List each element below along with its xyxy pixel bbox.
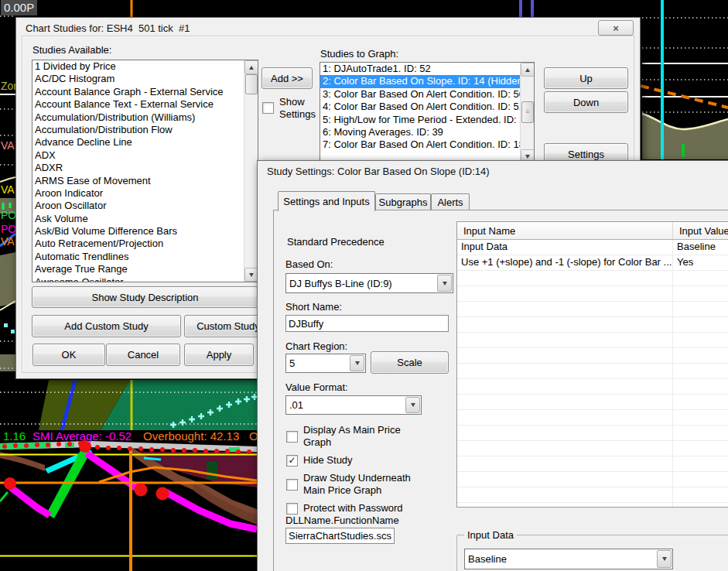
chart-region-label: Chart Region: xyxy=(285,340,347,352)
studies-to-graph-item[interactable]: 1: DJAutoTrade1. ID: 52 xyxy=(320,63,521,75)
input-data-value: Baseline xyxy=(468,553,507,565)
studies-to-graph-item[interactable]: 4: Color Bar Based On Alert Condition. I… xyxy=(320,101,521,113)
scrollbar-thumb[interactable] xyxy=(245,74,258,94)
studies-to-graph-list[interactable]: 1: DJAutoTrade1. ID: 522: Color Bar Base… xyxy=(320,62,535,164)
inputs-table-empty-row xyxy=(457,426,728,441)
scroll-up-icon[interactable] xyxy=(244,60,258,74)
show-settings-checkbox[interactable] xyxy=(262,102,274,114)
checkbox-row: Display As Main Price Graph xyxy=(286,424,441,449)
scale-button[interactable]: Scale xyxy=(371,351,449,374)
up-button[interactable]: Up xyxy=(544,67,628,89)
tab-alerts[interactable]: Alerts xyxy=(431,193,470,210)
short-name-label: Short Name: xyxy=(285,301,342,313)
inputs-table-empty-row xyxy=(457,441,728,456)
inputs-table-row[interactable]: Input DataBaseline xyxy=(457,240,728,255)
checkbox[interactable]: ✓ xyxy=(286,455,298,467)
studies-to-graph-item[interactable]: 6: Moving Averages. ID: 39 xyxy=(320,126,521,138)
inputs-table-empty-row xyxy=(457,456,728,472)
studies-to-graph-scrollbar[interactable]: ≡ xyxy=(520,63,534,163)
input-value-cell: Yes xyxy=(673,255,728,270)
input-name-cell xyxy=(457,441,673,456)
studies-to-graph-label: Studies to Graph: xyxy=(320,48,398,60)
studies-available-item[interactable]: Awesome Oscillator xyxy=(32,276,244,282)
dll-function-name-field[interactable] xyxy=(285,528,395,544)
ok-button[interactable]: OK xyxy=(32,344,105,366)
tab-subgraphs[interactable]: Subgraphs xyxy=(375,193,431,210)
screen: 0.00P ZonVAVAPOPOVA 1.16SMI Average: -0.… xyxy=(0,0,728,571)
chart-studies-dialog-title: Chart Studies for: ESH4 501 tick #1 xyxy=(26,22,190,34)
input-name-cell xyxy=(457,348,673,363)
studies-to-graph-item[interactable]: 2: Color Bar Based On Slope. ID: 14 (Hid… xyxy=(320,75,521,87)
studies-available-item[interactable]: Account Balance Graph - External Service xyxy=(32,86,244,98)
inputs-table-empty-row xyxy=(457,410,728,426)
inputs-table-empty-row xyxy=(457,271,728,286)
input-data-combobox[interactable]: Baseline xyxy=(464,549,673,569)
input-value-cell xyxy=(673,317,728,332)
studies-to-graph-item[interactable]: 5: High/Low for Time Period - Extended. … xyxy=(320,114,521,126)
chevron-down-icon[interactable] xyxy=(437,275,452,292)
studies-available-item[interactable]: Account Balance Text - External Service xyxy=(32,98,244,111)
input-name-header[interactable]: Input Name xyxy=(457,222,673,239)
input-value-cell xyxy=(673,441,728,456)
show-study-description-button[interactable]: Show Study Description xyxy=(32,286,258,308)
checkbox[interactable] xyxy=(286,431,298,443)
studies-available-item[interactable]: Aroon Oscillator xyxy=(32,200,244,212)
chart-status-row: 1.16SMI Average: -0.52Overbought: 42.13O xyxy=(0,429,257,443)
scroll-up-icon[interactable] xyxy=(521,63,535,77)
scrollbar-thumb[interactable]: ≡ xyxy=(521,101,534,123)
chevron-down-icon[interactable] xyxy=(350,355,364,371)
value-format-value: .01 xyxy=(289,399,303,411)
studies-available-item[interactable]: ADX xyxy=(32,149,244,162)
chart-axis-label: VA xyxy=(1,235,15,248)
studies-available-item[interactable]: Average True Range xyxy=(32,263,244,275)
studies-available-scrollbar[interactable] xyxy=(244,60,258,282)
tab-settings-and-inputs[interactable]: Settings and Inputs xyxy=(278,191,375,211)
input-name-cell xyxy=(457,503,673,508)
input-value-cell xyxy=(673,333,728,347)
studies-available-item[interactable]: Advance Decline Line xyxy=(32,136,244,149)
studies-available-item[interactable]: Aroon Indicator xyxy=(32,187,244,200)
inputs-table-row[interactable]: Use +1 (+slope) and -1 (-slope) for Colo… xyxy=(457,255,728,271)
down-button[interactable]: Down xyxy=(544,91,628,113)
chart-axis-label: PO xyxy=(1,223,16,235)
input-name-cell xyxy=(457,333,673,347)
apply-button[interactable]: Apply xyxy=(184,344,254,366)
chart-region-combobox[interactable]: 5 xyxy=(285,354,366,373)
close-icon[interactable]: × xyxy=(598,20,634,36)
checkbox-row: Protect with Password xyxy=(286,502,441,515)
short-name-field[interactable] xyxy=(285,315,449,332)
based-on-combobox[interactable]: DJ Buffys B-Line (ID:9) xyxy=(285,273,453,293)
add-study-button[interactable]: Add >> xyxy=(261,67,313,89)
studies-available-item[interactable]: ARMS Ease of Movement xyxy=(32,175,244,187)
input-data-group-label: Input Data xyxy=(464,529,517,541)
studies-to-graph-item[interactable]: 3: Color Bar Based On Alert Condition. I… xyxy=(320,88,521,101)
input-value-cell xyxy=(673,286,728,301)
chevron-down-icon[interactable] xyxy=(657,550,672,568)
value-format-combobox[interactable]: .01 xyxy=(285,395,422,415)
input-name-cell: Input Data xyxy=(457,240,673,255)
input-name-cell xyxy=(457,487,673,502)
inputs-table-empty-row xyxy=(457,286,728,302)
studies-available-item[interactable]: Accumulation/Distribution (Williams) xyxy=(32,111,244,124)
studies-available-item[interactable]: Ask Volume xyxy=(32,213,244,225)
studies-available-item[interactable]: Auto Retracement/Projection xyxy=(32,238,244,250)
chart-axis-label: VA xyxy=(1,139,15,152)
studies-available-item[interactable]: AC/DC Histogram xyxy=(32,73,244,85)
checkbox[interactable] xyxy=(286,479,298,491)
studies-available-item[interactable]: 1 Divided by Price xyxy=(32,60,244,73)
studies-available-item[interactable]: Accumulation/Distribution Flow xyxy=(32,124,244,136)
input-value-cell xyxy=(673,364,728,378)
studies-to-graph-item[interactable]: 7: Color Bar Based On Alert Condition. I… xyxy=(320,138,521,151)
add-custom-study-button[interactable]: Add Custom Study xyxy=(32,315,181,337)
studies-available-item[interactable]: Ask/Bid Volume Difference Bars xyxy=(32,225,244,238)
input-value-header[interactable]: Input Value xyxy=(673,222,728,239)
chevron-down-icon[interactable] xyxy=(405,397,420,413)
study-settings-dialog: Study Settings: Color Bar Based On Slope… xyxy=(257,160,728,571)
studies-available-item[interactable]: Automatic Trendlines xyxy=(32,251,244,263)
studies-available-item[interactable]: ADXR xyxy=(32,162,244,174)
studies-available-list[interactable]: 1 Divided by PriceAC/DC HistogramAccount… xyxy=(32,60,258,282)
chart-axis-label: PO xyxy=(1,209,16,221)
checkbox-label: Hide Study xyxy=(303,454,353,467)
cancel-button[interactable]: Cancel xyxy=(106,344,180,366)
checkbox[interactable] xyxy=(286,503,298,515)
